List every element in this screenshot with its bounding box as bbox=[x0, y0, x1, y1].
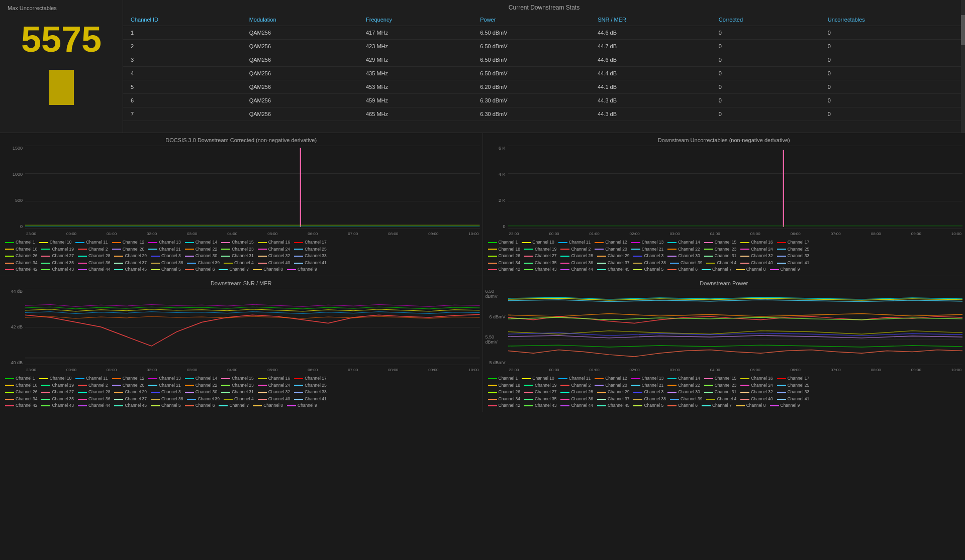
legend-color-swatch bbox=[702, 269, 711, 270]
legend-color-swatch bbox=[78, 249, 87, 250]
legend-color-swatch bbox=[740, 263, 749, 264]
legend-label: Channel 6 bbox=[196, 402, 215, 409]
legend-color-swatch bbox=[595, 249, 604, 250]
cell-mod: QAM256 bbox=[242, 67, 358, 80]
legend-label: Channel 10 bbox=[50, 375, 71, 382]
legend-label: Channel 14 bbox=[678, 239, 700, 246]
legend-color-swatch bbox=[294, 385, 303, 386]
legend-item: Channel 5 bbox=[633, 266, 663, 273]
cell-freq: 429 MHz bbox=[358, 53, 472, 67]
legend-item: Channel 33 bbox=[294, 389, 326, 396]
legend-color-swatch bbox=[148, 385, 157, 386]
y-6db: 6 dBmV bbox=[489, 314, 505, 319]
legend-label: Channel 7 bbox=[229, 402, 249, 409]
legend-label: Channel 13 bbox=[159, 239, 180, 246]
legend-color-swatch bbox=[488, 392, 497, 393]
legend-label: Channel 4 bbox=[234, 396, 254, 403]
uncorrectables-x-axis: 23:00 00:00 01:00 02:00 03:00 04:00 05:0… bbox=[508, 229, 963, 238]
legend-label: Channel 45 bbox=[125, 402, 146, 409]
legend-label: Channel 42 bbox=[16, 266, 37, 273]
legend-color-swatch bbox=[597, 263, 606, 264]
legend-label: Channel 39 bbox=[198, 396, 219, 403]
legend-item: Channel 6 bbox=[185, 402, 215, 409]
legend-color-swatch bbox=[488, 399, 497, 400]
legend-color-swatch bbox=[294, 378, 303, 379]
legend-item: Channel 8 bbox=[253, 402, 283, 409]
legend-item: Channel 37 bbox=[114, 396, 146, 403]
legend-item: Channel 5 bbox=[151, 402, 181, 409]
legend-color-swatch bbox=[560, 256, 569, 257]
legend-label: Channel 7 bbox=[712, 402, 732, 409]
power-chart-inner: 23:00 00:00 01:00 02:00 03:00 04:00 05:0… bbox=[508, 289, 963, 374]
legend-item: Channel 30 bbox=[667, 253, 700, 260]
legend-label: Channel 34 bbox=[16, 396, 37, 403]
legend-item: Channel 31 bbox=[221, 389, 253, 396]
y-0: 0 bbox=[503, 224, 505, 229]
legend-color-swatch bbox=[667, 269, 677, 270]
cell-snr: 44.4 dB bbox=[590, 67, 711, 80]
legend-item: Channel 15 bbox=[221, 239, 253, 246]
legend-label: Channel 28 bbox=[88, 253, 110, 260]
legend-label: Channel 25 bbox=[788, 246, 809, 253]
legend-item: Channel 9 bbox=[287, 266, 317, 273]
snr-chart-area: 44 dB 42 dB 40 dB bbox=[3, 289, 480, 374]
legend-label: Channel 13 bbox=[642, 375, 663, 382]
legend-color-swatch bbox=[706, 399, 715, 400]
legend-label: Channel 22 bbox=[678, 382, 700, 389]
legend-item: Channel 43 bbox=[41, 402, 73, 409]
legend-label: Channel 31 bbox=[715, 253, 736, 260]
legend-label: Channel 15 bbox=[232, 239, 253, 246]
legend-color-swatch bbox=[41, 269, 50, 270]
max-uncorrectables-panel: Max Uncorrectables 5575 bbox=[0, 0, 123, 133]
legend-label: Channel 20 bbox=[123, 382, 144, 389]
legend-label: Channel 35 bbox=[535, 396, 556, 403]
legend-color-swatch bbox=[151, 256, 160, 257]
legend-label: Channel 6 bbox=[678, 266, 698, 273]
scrollbar-thumb[interactable] bbox=[961, 15, 965, 45]
legend-label: Channel 26 bbox=[499, 253, 520, 260]
y-4k: 4 K bbox=[499, 172, 506, 177]
legend-label: Channel 29 bbox=[608, 389, 629, 396]
corrected-chart-area: 1500 1000 500 0 bbox=[3, 146, 480, 238]
power-y-axis: 6.50 dBmV 6 dBmV 5.50 dBmV 5 dBmV bbox=[486, 289, 508, 374]
legend-item: Channel 17 bbox=[294, 239, 326, 246]
cell-corrected: 0 bbox=[711, 107, 820, 121]
legend-label: Channel 36 bbox=[571, 260, 593, 267]
legend-color-swatch bbox=[560, 405, 569, 406]
legend-item: Channel 37 bbox=[597, 396, 629, 403]
legend-color-swatch bbox=[78, 256, 87, 257]
legend-color-swatch bbox=[524, 399, 533, 400]
legend-color-swatch bbox=[151, 269, 160, 270]
legend-item: Channel 13 bbox=[631, 375, 663, 382]
legend-color-swatch bbox=[560, 385, 569, 386]
legend-label: Channel 21 bbox=[642, 246, 663, 253]
scrollbar[interactable] bbox=[961, 0, 965, 133]
legend-label: Channel 3 bbox=[644, 389, 663, 396]
legend-color-swatch bbox=[294, 392, 303, 393]
legend-item: Channel 30 bbox=[185, 253, 217, 260]
legend-color-swatch bbox=[78, 399, 87, 400]
legend-item: Channel 26 bbox=[488, 389, 520, 396]
legend-row: Channel 18Channel 19Channel 2Channel 20C… bbox=[5, 246, 480, 253]
legend-color-swatch bbox=[75, 242, 84, 243]
legend-item: Channel 32 bbox=[740, 253, 773, 260]
power-chart-area: 6.50 dBmV 6 dBmV 5.50 dBmV 5 dBmV bbox=[486, 289, 963, 374]
legend-item: Channel 36 bbox=[78, 260, 110, 267]
legend-color-swatch bbox=[148, 242, 157, 243]
legend-label: Channel 14 bbox=[196, 239, 217, 246]
legend-color-swatch bbox=[258, 399, 267, 400]
legend-color-swatch bbox=[185, 269, 194, 270]
legend-item: Channel 7 bbox=[702, 266, 732, 273]
cell-freq: 465 MHz bbox=[358, 107, 472, 121]
legend-item: Channel 36 bbox=[560, 260, 593, 267]
legend-row: Channel 18Channel 19Channel 2Channel 20C… bbox=[488, 382, 963, 389]
y-650: 6.50 dBmV bbox=[486, 289, 506, 299]
cell-snr: 44.3 dB bbox=[590, 94, 711, 107]
legend-color-swatch bbox=[631, 385, 640, 386]
corrected-svg bbox=[25, 146, 480, 229]
legend-item: Channel 21 bbox=[148, 246, 180, 253]
y-label-0: 0 bbox=[20, 224, 23, 229]
legend-color-swatch bbox=[667, 242, 677, 243]
legend-color-swatch bbox=[294, 399, 303, 400]
legend-label: Channel 32 bbox=[268, 253, 290, 260]
